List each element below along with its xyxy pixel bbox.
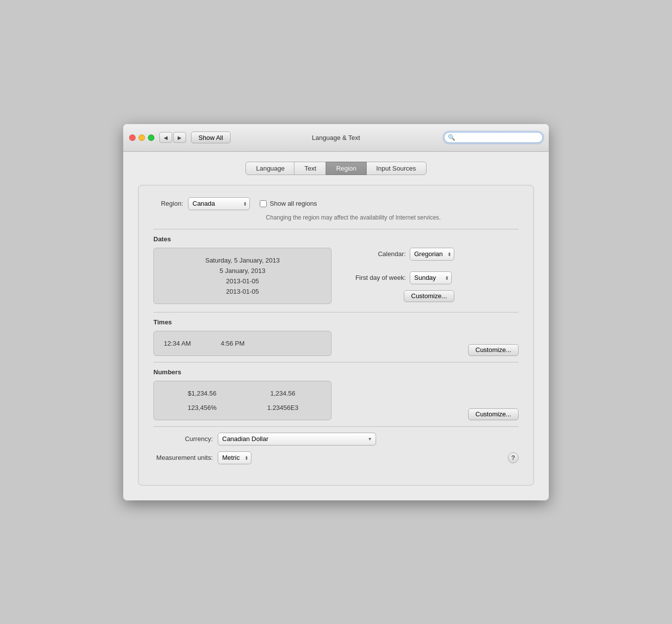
search-input[interactable] (444, 132, 543, 143)
minimize-button[interactable] (139, 134, 145, 141)
search-icon: 🔍 (448, 134, 455, 141)
show-all-button[interactable]: Show All (191, 132, 231, 143)
show-all-regions-label: Show all regions (260, 200, 317, 207)
currency-select-wrapper: Canadian Dollar US Dollar Euro (218, 433, 376, 446)
calendar-select[interactable]: Gregorian Buddhist Islamic (410, 248, 454, 261)
forward-button[interactable]: ▶ (173, 132, 186, 143)
tab-input-sources[interactable]: Input Sources (366, 162, 426, 175)
close-button[interactable] (129, 134, 136, 141)
content: Language Text Region Input Sources Regio… (123, 152, 549, 500)
currency-label: Currency: (153, 435, 213, 443)
currency-row: Currency: Canadian Dollar US Dollar Euro (153, 433, 519, 446)
maximize-button[interactable] (148, 134, 154, 141)
main-window: ◀ ▶ Show All Language & Text 🔍 Language … (123, 124, 549, 500)
search-box: 🔍 (444, 132, 543, 143)
number-preview-decimal: 1,234.56 (244, 388, 321, 399)
times-preview-box: 12:34 AM 4:56 PM (153, 331, 332, 356)
numbers-preview-box: $1,234.56 1,234.56 123,456% 1.23456E3 (153, 381, 332, 420)
measurement-select-wrapper: Metric US (218, 451, 251, 464)
divider-dates (153, 229, 519, 229)
measurement-row: Measurement units: Metric US ? (153, 451, 519, 464)
time-preview-am: 12:34 AM (164, 338, 191, 349)
calendar-label: Calendar: (346, 250, 406, 258)
nav-buttons: ◀ ▶ (159, 132, 186, 143)
show-all-regions-checkbox[interactable] (260, 200, 267, 207)
region-row: Region: Canada United States United King… (153, 197, 519, 210)
settings-panel: Region: Canada United States United King… (138, 185, 534, 486)
first-day-select[interactable]: Sunday Monday Saturday (410, 271, 452, 284)
back-button[interactable]: ◀ (159, 132, 172, 143)
divider-numbers (153, 362, 519, 362)
divider-times (153, 312, 519, 312)
first-day-select-wrapper: Sunday Monday Saturday (410, 271, 452, 284)
tab-region[interactable]: Region (326, 162, 367, 175)
time-preview-pm: 4:56 PM (221, 338, 244, 349)
region-label: Region: (153, 200, 183, 207)
date-preview-long: Saturday, 5 January, 2013 (164, 255, 321, 266)
tab-language[interactable]: Language (245, 162, 295, 175)
help-button[interactable]: ? (508, 452, 519, 463)
region-select[interactable]: Canada United States United Kingdom (188, 197, 250, 210)
tab-text[interactable]: Text (294, 162, 327, 175)
times-section: 12:34 AM 4:56 PM Customize... (153, 331, 519, 356)
first-day-label: First day of week: (346, 274, 406, 281)
traffic-lights (129, 134, 154, 141)
currency-select[interactable]: Canadian Dollar US Dollar Euro (218, 433, 376, 446)
date-preview-short1: 2013-01-05 (164, 276, 321, 286)
dates-controls: Calendar: Gregorian Buddhist Islamic Fir… (346, 248, 454, 304)
measurement-select[interactable]: Metric US (218, 451, 251, 464)
number-preview-currency: $1,234.56 (164, 388, 240, 399)
date-preview-medium: 5 January, 2013 (164, 266, 321, 276)
region-select-wrapper: Canada United States United Kingdom (188, 197, 250, 210)
dates-section: Saturday, 5 January, 2013 5 January, 201… (153, 248, 519, 304)
times-section-header: Times (153, 318, 519, 326)
calendar-row: Calendar: Gregorian Buddhist Islamic (346, 248, 454, 261)
calendar-select-wrapper: Gregorian Buddhist Islamic (410, 248, 454, 261)
times-customize-button[interactable]: Customize... (468, 344, 519, 356)
dates-section-header: Dates (153, 235, 519, 243)
divider-currency (153, 426, 519, 427)
dates-customize-button[interactable]: Customize... (404, 290, 454, 302)
tabs: Language Text Region Input Sources (138, 162, 534, 175)
dates-preview-box: Saturday, 5 January, 2013 5 January, 201… (153, 248, 332, 304)
window-title: Language & Text (312, 134, 360, 141)
titlebar: ◀ ▶ Show All Language & Text 🔍 (123, 124, 549, 152)
region-note: Changing the region may affect the avail… (188, 214, 519, 221)
show-all-regions-text: Show all regions (270, 200, 317, 207)
first-day-row: First day of week: Sunday Monday Saturda… (346, 271, 454, 284)
numbers-customize-button[interactable]: Customize... (468, 408, 519, 420)
measurement-label: Measurement units: (153, 454, 213, 461)
numbers-section: $1,234.56 1,234.56 123,456% 1.23456E3 Cu… (153, 381, 519, 420)
numbers-section-header: Numbers (153, 368, 519, 376)
date-preview-short2: 2013-01-05 (164, 286, 321, 297)
number-preview-scientific: 1.23456E3 (244, 402, 321, 413)
number-preview-percent: 123,456% (164, 402, 240, 413)
